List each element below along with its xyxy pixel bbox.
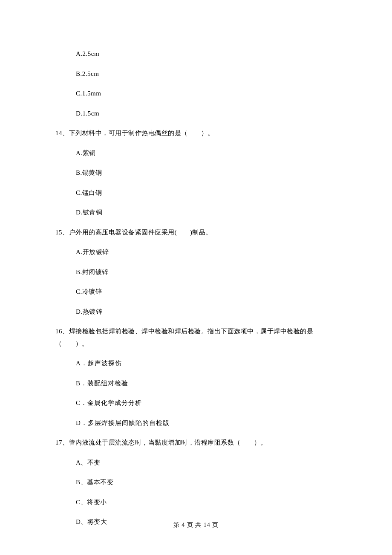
- q14-option-c: C.锰白铜: [76, 188, 337, 198]
- q15-option-a: A.开放镀锌: [76, 247, 337, 257]
- q15-option-b: B.封闭镀锌: [76, 267, 337, 277]
- q14-option-b: B.锡黄铜: [76, 168, 337, 178]
- q13-option-c: C.1.5mm: [76, 89, 337, 98]
- q16-text-line2: （ ）。: [55, 339, 337, 349]
- q14-option-d: D.铍青铜: [76, 208, 337, 217]
- q17-text: 17、管内液流处于层流流态时，当黏度增加时，沿程摩阻系数（ ）。: [55, 438, 337, 448]
- q17-option-b: B、基本不变: [76, 477, 337, 487]
- q15-text: 15、户外用的高压电器设备紧固件应采用( )制品。: [55, 228, 337, 237]
- q17-option-a: A、不变: [76, 458, 337, 468]
- q16-option-d: D．多层焊接层间缺陷的自检版: [76, 418, 337, 428]
- q16-option-a: A．超声波探伤: [76, 358, 337, 368]
- q13-option-a: A.2.5cm: [76, 49, 337, 59]
- q16-option-c: C．金属化学成分分析: [76, 398, 337, 408]
- page-footer: 第 4 页 共 14 页: [0, 520, 392, 529]
- q16-text-line1: 16、焊接检验包括焊前检验、焊中检验和焊后检验。指出下面选项中，属于焊中检验的是: [55, 327, 337, 336]
- q16-option-b: B．装配组对检验: [76, 379, 337, 388]
- q13-option-d: D.1.5cm: [76, 109, 337, 119]
- q13-option-b: B.2.5cm: [76, 69, 337, 79]
- q14-text: 14、下列材料中，可用于制作热电偶丝的是（ ）。: [55, 128, 337, 138]
- q17-option-c: C、将变小: [76, 497, 337, 507]
- q14-option-a: A.紫铜: [76, 148, 337, 158]
- q15-option-c: C.冷镀锌: [76, 287, 337, 297]
- q15-option-d: D.热镀锌: [76, 307, 337, 317]
